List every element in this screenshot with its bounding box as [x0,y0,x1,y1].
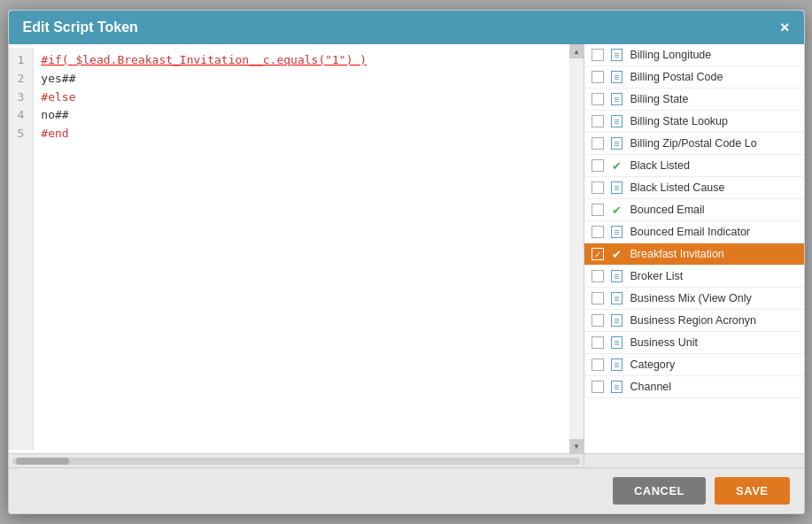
field-item-breakfast-invitation[interactable]: ✓✔Breakfast Invitation [584,243,804,266]
text-icon: ≡ [611,270,622,282]
field-item-black-listed-cause[interactable]: ≡Black Listed Cause [584,177,804,199]
code-line-2: yes## [41,70,561,89]
field-item-billing-zip-postal[interactable]: ≡Billing Zip/Postal Code Lo [584,133,804,155]
editor-vscroll: ▲ ▼ [569,44,584,453]
field-icon-broker-list: ≡ [609,270,625,282]
field-checkbox-business-unit[interactable] [592,336,604,349]
field-name-billing-postal-code: Billing Postal Code [630,71,723,83]
close-button[interactable]: × [780,19,790,35]
code-no: no## [41,108,68,121]
field-checkbox-billing-longitude[interactable] [592,49,604,61]
text-icon: ≡ [611,115,622,127]
editor-hscroll[interactable] [9,453,584,467]
field-item-black-listed[interactable]: ✔Black Listed [584,155,804,177]
field-item-broker-list[interactable]: ≡Broker List [584,266,804,288]
field-item-bounced-email-indicator[interactable]: ≡Bounced Email Indicator [584,221,804,243]
field-icon-business-unit: ≡ [609,336,625,349]
code-line-1: #if( $lead.Breakast_Invitation__c.equals… [41,51,561,70]
checkmark-icon: ✔ [612,204,622,217]
field-item-channel[interactable]: ≡Channel [584,376,804,398]
editor-panel: 1 2 3 4 5 #if( $lead.Breakast_Invitation… [9,44,584,467]
code-yes: yes## [41,72,75,85]
field-icon-billing-postal-code: ≡ [609,71,625,83]
dialog-title: Edit Script Token [23,19,138,35]
checkmark-icon: ✔ [612,159,622,173]
text-icon: ≡ [611,226,622,238]
field-name-business-mix: Business Mix (View Only [630,292,752,304]
field-item-bounced-email[interactable]: ✔Bounced Email [584,199,804,221]
text-icon: ≡ [611,358,622,371]
field-checkbox-bounced-email[interactable] [592,204,604,216]
field-name-billing-longitude: Billing Longitude [630,49,712,61]
field-checkbox-billing-state-lookup[interactable] [592,115,604,127]
code-area[interactable]: #if( $lead.Breakast_Invitation__c.equals… [34,48,568,450]
field-name-billing-state-lookup: Billing State Lookup [630,115,729,127]
field-icon-category: ≡ [609,358,625,371]
field-item-billing-state-lookup[interactable]: ≡Billing State Lookup [584,111,804,133]
save-button[interactable]: SAVE [715,477,789,505]
code-else: #else [41,90,75,104]
field-name-breakfast-invitation: Breakfast Invitation [630,248,724,260]
hscroll-thumb[interactable] [16,458,69,465]
field-checkbox-bounced-email-indicator[interactable] [592,226,604,238]
field-icon-business-region-acronym: ≡ [609,314,625,327]
field-icon-business-mix: ≡ [609,292,625,304]
field-item-billing-postal-code[interactable]: ≡Billing Postal Code [584,66,804,89]
field-icon-breakfast-invitation: ✔ [609,248,625,260]
scroll-track [569,58,584,439]
text-icon: ≡ [611,137,622,150]
dialog-footer: CANCEL SAVE [9,467,804,513]
scroll-down-arrow[interactable]: ▼ [569,439,584,453]
field-item-category[interactable]: ≡Category [584,354,804,376]
field-item-billing-longitude[interactable]: ≡Billing Longitude [584,44,804,66]
field-checkbox-billing-zip-postal[interactable] [592,137,604,150]
field-item-business-unit[interactable]: ≡Business Unit [584,332,804,354]
field-list[interactable]: ≡Billing Longitude≡Billing Postal Code≡B… [584,44,804,453]
text-icon: ≡ [611,381,622,393]
field-name-billing-state: Billing State [630,93,689,105]
field-checkbox-black-listed[interactable] [592,159,604,172]
code-line-5: #end [41,125,561,143]
scroll-up-arrow[interactable]: ▲ [569,44,584,58]
field-checkbox-black-listed-cause[interactable] [592,181,604,194]
field-icon-bounced-email: ✔ [609,204,625,216]
field-name-broker-list: Broker List [630,270,684,282]
text-icon: ≡ [611,93,622,105]
field-name-channel: Channel [630,381,672,393]
field-name-business-region-acronym: Business Region Acronyn [630,314,756,327]
field-name-billing-zip-postal: Billing Zip/Postal Code Lo [630,137,757,150]
code-line-4: no## [41,106,561,125]
field-checkbox-billing-postal-code[interactable] [592,71,604,83]
editor-content[interactable]: 1 2 3 4 5 #if( $lead.Breakast_Invitation… [9,44,569,453]
text-icon: ≡ [611,49,622,61]
field-checkbox-business-mix[interactable] [592,292,604,304]
text-icon: ≡ [611,292,622,304]
text-icon: ≡ [611,181,622,194]
editor-lines: 1 2 3 4 5 #if( $lead.Breakast_Invitation… [9,48,569,450]
code-keyword-if: #if( $lead.Breakast_Invitation__c.equals… [41,53,367,66]
text-icon: ≡ [611,336,622,349]
field-icon-black-listed: ✔ [609,159,625,172]
cancel-button[interactable]: CANCEL [613,477,706,505]
field-item-business-mix[interactable]: ≡Business Mix (View Only [584,288,804,310]
field-checkbox-breakfast-invitation[interactable]: ✓ [592,248,604,260]
hscroll-track [12,458,580,465]
field-icon-billing-state-lookup: ≡ [609,115,625,127]
field-item-business-region-acronym[interactable]: ≡Business Region Acronyn [584,310,804,332]
field-name-black-listed-cause: Black Listed Cause [630,181,725,194]
code-line-3: #else [41,89,561,107]
checkmark-icon: ✔ [612,248,622,261]
field-icon-billing-zip-postal: ≡ [609,137,625,150]
field-name-black-listed: Black Listed [630,159,690,172]
field-checkbox-channel[interactable] [592,381,604,393]
field-checkbox-billing-state[interactable] [592,93,604,105]
field-icon-bounced-email-indicator: ≡ [609,226,625,238]
field-hscroll[interactable] [584,453,804,467]
edit-script-token-dialog: Edit Script Token × 1 2 3 4 5 [8,10,805,514]
field-name-business-unit: Business Unit [630,336,698,349]
dialog-header: Edit Script Token × [9,11,804,44]
field-checkbox-category[interactable] [592,358,604,371]
field-checkbox-business-region-acronym[interactable] [592,314,604,327]
field-checkbox-broker-list[interactable] [592,270,604,282]
field-item-billing-state[interactable]: ≡Billing State [584,89,804,111]
